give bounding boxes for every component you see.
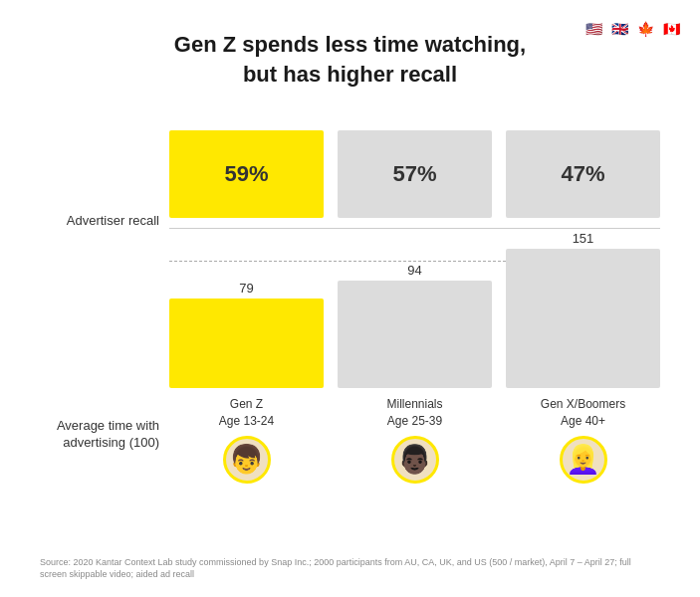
flag-us: 🇺🇸 — [583, 18, 604, 40]
x-label-millennials-line1: Millennials — [386, 397, 442, 411]
time-row: 79 94 151 — [169, 229, 660, 388]
source-text: Source: 2020 Kantar Context Lab study co… — [40, 556, 660, 587]
recall-bar-millennials: 57% — [338, 130, 492, 218]
y-labels: Advertiser recall Average time with adve… — [40, 118, 169, 545]
x-labels: Gen Z Age 13-24 👦 Millennials Age 25-39 … — [169, 396, 660, 484]
time-bar-genx-bar — [506, 249, 660, 388]
flag-icons: 🇺🇸 🇬🇧 🍁 🇨🇦 — [583, 18, 682, 40]
recall-value-genz: 59% — [224, 161, 268, 187]
x-label-text-genx: Gen X/Boomers Age 40+ — [541, 396, 625, 430]
bars-wrapper: 59% 57% 47% — [169, 118, 660, 545]
recall-bar-genz: 59% — [169, 130, 324, 218]
recall-row: 59% 57% 47% — [169, 118, 660, 228]
y-label-time: Average time with advertising (100) — [40, 418, 159, 452]
avatar-millennials: 👨🏿 — [391, 436, 439, 484]
avatar-genx-emoji: 👱‍♀️ — [566, 443, 600, 476]
recall-value-genx: 47% — [561, 161, 604, 187]
recall-bar-genx-bar: 47% — [506, 130, 660, 218]
time-bar-genx: 151 — [506, 231, 660, 388]
title-line1: Gen Z spends less time watching, — [174, 32, 526, 57]
x-label-genx-line2: Age 40+ — [561, 414, 605, 428]
x-label-genz: Gen Z Age 13-24 👦 — [169, 396, 324, 484]
flag-ca1: 🍁 — [634, 18, 656, 40]
flag-gb: 🇬🇧 — [608, 18, 630, 40]
time-value-genz: 79 — [239, 281, 253, 296]
x-label-genz-line2: Age 13-24 — [219, 414, 274, 428]
time-bar-genz-bar — [169, 298, 324, 388]
title-line2: but has higher recall — [243, 62, 457, 87]
avatar-genz-emoji: 👦 — [229, 443, 264, 476]
time-bar-genz: 79 — [169, 281, 324, 388]
x-label-text-genz: Gen Z Age 13-24 — [219, 396, 274, 430]
chart-main: Advertiser recall Average time with adve… — [40, 118, 660, 545]
avatar-genx: 👱‍♀️ — [560, 436, 607, 484]
recall-bar-genx: 47% — [506, 130, 660, 218]
avatar-millennials-emoji: 👨🏿 — [397, 443, 432, 476]
flag-ca2: 🇨🇦 — [660, 18, 682, 40]
recall-bar-millennials-bar: 57% — [338, 130, 492, 218]
x-label-genx: Gen X/Boomers Age 40+ 👱‍♀️ — [506, 396, 660, 484]
recall-value-millennials: 57% — [392, 161, 436, 187]
time-value-millennials: 94 — [407, 263, 421, 278]
x-label-genx-line1: Gen X/Boomers — [541, 397, 625, 411]
avatar-genz: 👦 — [223, 436, 271, 484]
time-bar-millennials: 94 — [338, 263, 492, 388]
x-label-millennials: Millennials Age 25-39 👨🏿 — [338, 396, 492, 484]
time-value-genx: 151 — [573, 231, 594, 246]
x-label-genz-line1: Gen Z — [230, 397, 263, 411]
chart-container: 🇺🇸 🇬🇧 🍁 🇨🇦 Gen Z spends less time watchi… — [0, 0, 700, 597]
time-bar-millennials-bar — [338, 281, 492, 388]
recall-bar-genz-bar: 59% — [169, 130, 324, 218]
x-label-text-millennials: Millennials Age 25-39 — [386, 396, 442, 430]
x-label-millennials-line2: Age 25-39 — [387, 414, 442, 428]
y-label-recall: Advertiser recall — [40, 213, 159, 230]
chart-title: Gen Z spends less time watching, but has… — [40, 30, 660, 89]
